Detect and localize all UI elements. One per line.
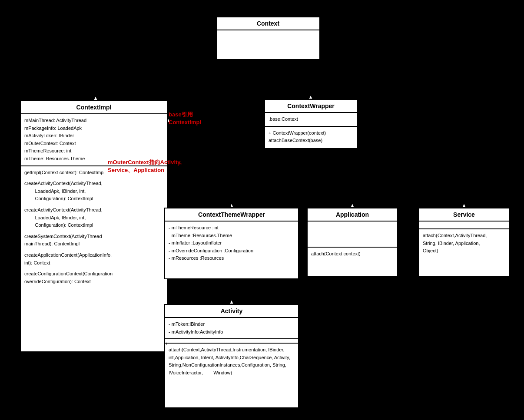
field-item: - mInflater :LayoutInflater [169, 239, 295, 247]
activity-fields: - mToken:IBinder - mActivityInfo:Activit… [165, 318, 298, 339]
field-item: - mOverrideConfiguration :Configuration [169, 247, 295, 255]
svg-marker-8 [308, 95, 313, 99]
field-item: - mToken:IBinder [169, 321, 295, 328]
method-item: attach(Context context) [311, 250, 394, 258]
svg-marker-12 [229, 203, 234, 208]
svg-line-23 [200, 169, 232, 208]
diagram-container: Context ContextImpl mMainThread: Activit… [0, 0, 524, 420]
application-header: Application [308, 208, 397, 222]
contextwrapper-methods: + ContextWrapper(context) attachBaseCont… [265, 127, 357, 147]
method-item: attach(Context,ActivityThread,Instrument… [169, 346, 295, 377]
field-item: .base:Context [269, 116, 353, 123]
contextimpl-methods: getImpl(Context context): ContextImpl cr… [21, 166, 167, 288]
application-box: Application attach(Context context) [307, 208, 398, 277]
contextimpl-header: ContextImpl [21, 101, 167, 114]
service-header: Service [419, 208, 509, 222]
context-header: Context [217, 17, 319, 30]
contextthemewrapper-fields: - mThemeResource :int - mTheme :Resource… [165, 222, 298, 265]
field-item: - mActivityInfo:ActivityInfo [169, 328, 295, 336]
field-item: mActivityToken: IBinder [24, 132, 163, 140]
activity-separator: / [165, 339, 298, 344]
annotation-base-context: base引用ContextImpl [169, 111, 201, 126]
service-methods: attach(Context,ActivityThread, String, I… [419, 229, 509, 258]
context-body [217, 30, 319, 56]
activity-methods: attach(Context,ActivityThread,Instrument… [165, 344, 298, 379]
service-box: Service attach(Context,ActivityThread, S… [418, 208, 510, 277]
method-item: createActivityContext(ActivityThread, Lo… [24, 180, 163, 203]
activity-box: Activity - mToken:IBinder - mActivityInf… [164, 304, 299, 408]
contextwrapper-box: ContextWrapper .base:Context + ContextWr… [264, 99, 358, 149]
field-item: - mTheme :Resources.Theme [169, 232, 295, 240]
svg-marker-7 [93, 96, 98, 100]
method-item: attach(Context,ActivityThread, String, I… [423, 232, 505, 255]
field-item: - mResources :Resources [169, 255, 295, 262]
field-item: mPackageInfo: LoadedApk [24, 125, 163, 132]
method-item: createActivityContext(ActivityThread, Lo… [24, 206, 163, 229]
field-item: mMainThread: ActivityThread [24, 117, 163, 125]
field-item: - mThemeResource :int [169, 224, 295, 232]
method-item: createApplicationContext(ApplicationInfo… [24, 251, 163, 267]
contextwrapper-fields: .base:Context [265, 113, 357, 127]
activity-header: Activity [165, 305, 298, 318]
annotation-mouter-context: mOuterContext指向Activity,Service、Applicat… [108, 159, 182, 174]
method-item: createSystemContext(ActivityThreadmainTh… [24, 233, 163, 248]
svg-marker-19 [229, 299, 234, 304]
contextthemewrapper-box: ContextThemeWrapper - mThemeResource :in… [164, 208, 299, 279]
svg-marker-14 [350, 203, 355, 208]
application-methods: attach(Context context) [308, 248, 397, 261]
contextwrapper-header: ContextWrapper [265, 100, 357, 113]
method-item: createConfigurationContext(Configuration… [24, 270, 163, 285]
method-item: attachBaseContext(base) [269, 137, 353, 145]
field-item: mThemeResource: int [24, 147, 163, 155]
field-item: mOuterContext: Context [24, 140, 163, 148]
method-item: + ContextWrapper(context) [269, 129, 353, 137]
contextthemewrapper-header: ContextThemeWrapper [165, 208, 298, 222]
contextimpl-box: ContextImpl mMainThread: ActivityThread … [20, 100, 168, 352]
svg-marker-17 [462, 203, 466, 208]
service-empty [419, 222, 509, 229]
context-box: Context [216, 17, 320, 60]
application-empty [308, 222, 397, 248]
